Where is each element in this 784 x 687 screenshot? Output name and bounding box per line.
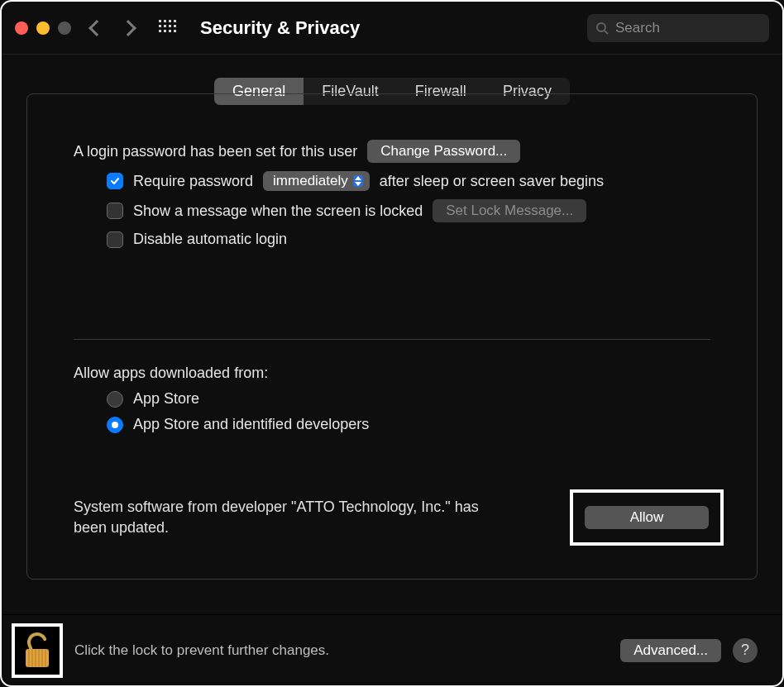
- login-password-label: A login password has been set for this u…: [74, 143, 357, 160]
- allow-apps-label: Allow apps downloaded from:: [74, 365, 268, 382]
- zoom-window-button[interactable]: [58, 21, 71, 35]
- close-window-button[interactable]: [15, 21, 28, 35]
- require-password-delay-value: immediately: [273, 173, 348, 189]
- search-icon: [595, 21, 609, 35]
- forward-button[interactable]: [120, 20, 136, 36]
- show-all-icon[interactable]: [159, 20, 175, 36]
- set-lock-message-button[interactable]: Set Lock Message...: [433, 199, 586, 222]
- radio-app-store-label: App Store: [133, 390, 199, 408]
- change-password-button[interactable]: Change Password...: [367, 140, 520, 163]
- search-input[interactable]: Search: [587, 14, 769, 42]
- divider: [74, 339, 710, 340]
- allow-highlight-frame: Allow: [570, 489, 724, 546]
- require-password-delay-select[interactable]: immediately: [263, 171, 370, 191]
- radio-app-store[interactable]: [107, 391, 123, 408]
- search-placeholder: Search: [615, 20, 660, 36]
- general-panel: A login password has been set for this u…: [26, 93, 758, 580]
- require-password-label-pre: Require password: [133, 173, 253, 190]
- stepper-icon: [353, 175, 363, 187]
- svg-line-1: [605, 31, 608, 34]
- advanced-button[interactable]: Advanced...: [620, 639, 721, 662]
- nav-arrows: [91, 22, 134, 34]
- svg-point-0: [597, 23, 605, 31]
- require-password-checkbox[interactable]: [107, 173, 123, 189]
- footer: Click the lock to prevent further change…: [2, 614, 782, 685]
- allow-button[interactable]: Allow: [585, 506, 709, 529]
- lock-highlight-frame: [12, 623, 63, 678]
- help-button[interactable]: ?: [733, 638, 758, 663]
- radio-app-store-and-developers-label: App Store and identified developers: [133, 416, 369, 433]
- content-area: General FileVault Firewall Privacy A log…: [2, 55, 782, 614]
- disable-auto-login-checkbox[interactable]: [107, 231, 123, 248]
- unlock-icon[interactable]: [22, 631, 52, 670]
- show-message-checkbox[interactable]: [107, 203, 123, 219]
- disable-auto-login-label: Disable automatic login: [133, 231, 287, 248]
- back-button[interactable]: [88, 20, 105, 36]
- security-privacy-window: Security & Privacy Search General FileVa…: [0, 0, 784, 687]
- minimize-window-button[interactable]: [36, 21, 50, 35]
- require-password-label-post: after sleep or screen saver begins: [380, 173, 604, 190]
- lock-message: Click the lock to prevent further change…: [74, 642, 329, 659]
- radio-app-store-and-developers[interactable]: [107, 417, 123, 433]
- titlebar: Security & Privacy Search: [2, 2, 782, 55]
- window-controls: [15, 21, 71, 35]
- window-title: Security & Privacy: [200, 17, 360, 39]
- show-message-label: Show a message when the screen is locked: [133, 203, 423, 220]
- system-software-message: System software from developer "ATTO Tec…: [74, 497, 504, 538]
